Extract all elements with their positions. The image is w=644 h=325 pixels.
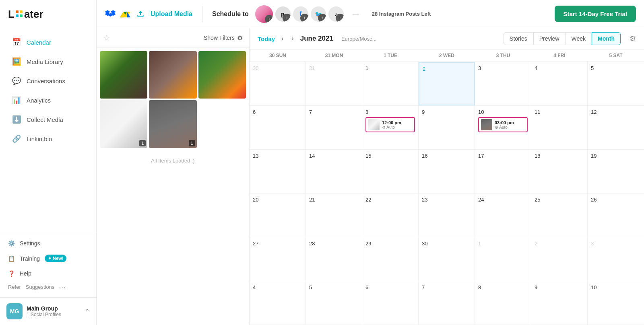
media-item[interactable]: [149, 51, 196, 99]
cal-cell[interactable]: 12: [588, 106, 644, 149]
cal-cell[interactable]: 3: [475, 62, 531, 105]
sidebar-item-analytics[interactable]: 📊 Analytics: [4, 91, 92, 109]
event-time: 12:00 pm: [382, 120, 401, 125]
cal-cell[interactable]: 11: [531, 106, 588, 149]
day-number: 29: [365, 241, 371, 247]
calendar-event[interactable]: 12:00 pm ⚙ Auto: [365, 117, 415, 132]
show-filters-button[interactable]: Show Filters ⚙: [204, 34, 243, 42]
media-item[interactable]: [100, 51, 147, 99]
cal-cell[interactable]: 6: [250, 106, 306, 149]
day-number: 6: [253, 109, 256, 115]
cal-cell[interactable]: 7: [306, 106, 362, 149]
workspace-info: Main Group 1 Social Profiles: [27, 305, 80, 317]
today-button[interactable]: Today: [258, 35, 275, 42]
instagram-profile-avatar[interactable]: +: [255, 5, 273, 23]
next-month-button[interactable]: ›: [290, 33, 295, 44]
cal-cell[interactable]: 4: [250, 281, 306, 325]
sidebar-item-linkin-bio[interactable]: 🔗 Linkin.bio: [4, 130, 92, 148]
media-item[interactable]: 1: [100, 100, 147, 148]
sidebar-item-training[interactable]: 📋 Training ✦ New!: [0, 251, 96, 266]
day-number: 28: [309, 241, 315, 247]
cal-cell[interactable]: 9: [419, 106, 475, 149]
cal-cell[interactable]: 31: [306, 62, 362, 105]
sidebar-item-help[interactable]: ❓ Help: [0, 266, 96, 281]
cal-cell[interactable]: 30: [419, 237, 475, 281]
sidebar-item-collect-media[interactable]: ⬇️ Collect Media: [4, 110, 92, 129]
sidebar-item-settings[interactable]: ⚙️ Settings: [0, 236, 96, 251]
workspace-row[interactable]: MG Main Group 1 Social Profiles ⌃: [0, 297, 96, 325]
cal-cell[interactable]: 24: [475, 193, 531, 237]
cal-cell[interactable]: 20: [250, 193, 306, 237]
day-number: 12: [591, 109, 597, 115]
day-number: 24: [478, 197, 484, 203]
cal-cell[interactable]: 7: [419, 281, 475, 325]
workspace-name: Main Group: [27, 305, 80, 312]
add-profile-button[interactable]: +: [318, 14, 326, 22]
media-item-badge: 1: [139, 140, 146, 146]
cal-cell[interactable]: 21: [306, 193, 362, 237]
cal-cell[interactable]: 22: [362, 193, 419, 237]
cal-cell[interactable]: 28: [306, 237, 362, 281]
cal-cell[interactable]: 2: [419, 62, 475, 105]
cal-cell[interactable]: 3: [588, 237, 644, 281]
cal-cell[interactable]: 17: [475, 150, 531, 193]
schedule-label: Schedule to: [212, 10, 249, 18]
logo-icon: L: [8, 8, 14, 21]
add-profile-button[interactable]: +: [336, 14, 344, 22]
cal-cell[interactable]: 13: [250, 150, 306, 193]
content: ☆ Show Filters ⚙: [97, 28, 644, 325]
cal-cell[interactable]: 1: [362, 62, 419, 105]
cal-cell[interactable]: 19: [588, 150, 644, 193]
cal-cell[interactable]: 23: [419, 193, 475, 237]
cal-cell[interactable]: 6: [362, 281, 419, 325]
upload-icons: [105, 9, 130, 19]
month-view-button[interactable]: Month: [592, 32, 621, 45]
trial-button[interactable]: Start 14-Day Free Trial: [555, 6, 636, 22]
calendar-event[interactable]: 03:00 pm ⚙ Auto: [478, 117, 528, 132]
cal-cell[interactable]: 1: [475, 237, 531, 281]
sidebar-item-calendar[interactable]: 📅 Calendar: [4, 33, 92, 51]
cal-cell[interactable]: 8: [475, 281, 531, 325]
cal-cell[interactable]: 8 12:00 pm ⚙ Auto: [362, 106, 419, 149]
sidebar-item-label: Conversations: [27, 78, 65, 84]
cal-cell[interactable]: 5: [306, 281, 362, 325]
cal-cell[interactable]: 2: [531, 237, 588, 281]
cal-cell[interactable]: 25: [531, 193, 588, 237]
cal-cell[interactable]: 4: [531, 62, 588, 105]
cal-cell[interactable]: 10: [588, 281, 644, 325]
sidebar-item-media-library[interactable]: 🖼️ Media Library: [4, 52, 92, 71]
upload-media-button[interactable]: Upload Media: [151, 10, 192, 18]
calendar-week: 4 5 6 7 8 9 10: [250, 281, 644, 325]
add-profile-button[interactable]: +: [265, 15, 273, 23]
day-number: 3: [478, 65, 481, 71]
cal-cell[interactable]: 16: [419, 150, 475, 193]
cal-cell[interactable]: 14: [306, 150, 362, 193]
facebook-profile-avatar[interactable]: f +: [293, 6, 308, 22]
add-profile-button[interactable]: +: [300, 14, 308, 22]
cal-cell[interactable]: 26: [588, 193, 644, 237]
cal-cell[interactable]: 9: [531, 281, 588, 325]
add-profile-button[interactable]: +: [283, 14, 291, 22]
cal-cell[interactable]: 10 03:00 pm ⚙ Auto: [475, 106, 531, 149]
prev-month-button[interactable]: ‹: [280, 33, 285, 44]
media-item[interactable]: [198, 51, 246, 99]
calendar-settings-button[interactable]: ⚙: [630, 34, 636, 43]
preview-view-button[interactable]: Preview: [533, 32, 566, 45]
cal-cell[interactable]: 29: [362, 237, 419, 281]
twitter-profile-avatar[interactable]: 🐦 +: [311, 6, 326, 22]
cal-cell[interactable]: 30: [250, 62, 306, 105]
stories-view-button[interactable]: Stories: [504, 32, 533, 45]
media-item[interactable]: 1: [149, 100, 196, 148]
week-view-button[interactable]: Week: [565, 32, 592, 45]
favorite-button[interactable]: ☆: [103, 33, 110, 43]
more-options-button[interactable]: ···: [59, 284, 66, 290]
tiktok-profile-avatar[interactable]: ♪ +: [328, 6, 344, 22]
cal-cell[interactable]: 15: [362, 150, 419, 193]
weekday-tue: 1 TUE: [362, 49, 419, 62]
cal-cell[interactable]: 5: [588, 62, 644, 105]
settings-label: Settings: [20, 240, 40, 247]
pinterest-profile-avatar[interactable]: 𝐩 +: [275, 6, 291, 22]
sidebar-item-conversations[interactable]: 💬 Conversations: [4, 72, 92, 90]
cal-cell[interactable]: 18: [531, 150, 588, 193]
cal-cell[interactable]: 27: [250, 237, 306, 281]
